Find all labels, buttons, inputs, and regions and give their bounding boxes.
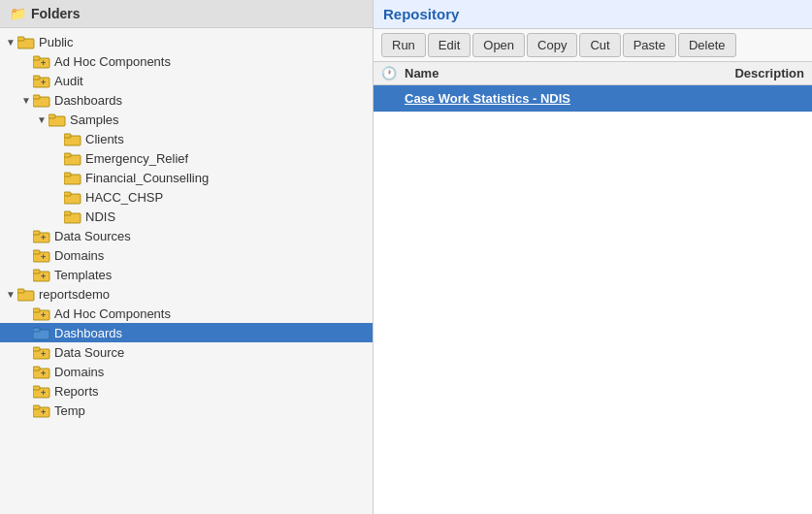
folder-icon-rd-domains: +: [33, 364, 50, 379]
toggle-icon-reportsdemo[interactable]: ▼: [4, 289, 17, 300]
folder-icon-ndis: [64, 209, 81, 224]
tree-item-financial[interactable]: Financial_Counselling: [0, 168, 373, 187]
tree-label-domains: Domains: [54, 248, 104, 263]
main-container: 📁 Folders ▼ Public + Ad Hoc Components +…: [0, 0, 812, 514]
tree-label-clients: Clients: [85, 132, 124, 146]
paste-button[interactable]: Paste: [623, 33, 676, 57]
tree-label-public: Public: [39, 35, 73, 49]
tree-item-reportsdemo[interactable]: ▼ reportsdemo: [0, 284, 373, 304]
tree-label-emergency: Emergency_Relief: [85, 151, 188, 166]
tree-label-reportsdemo: reportsdemo: [39, 287, 110, 302]
tree-label-dashboards: Dashboards: [54, 93, 122, 108]
tree-item-rd-adhoc[interactable]: + Ad Hoc Components: [0, 304, 373, 323]
delete-button[interactable]: Delete: [678, 33, 736, 57]
folder-icon-templates: +: [33, 267, 50, 282]
tree-item-audit[interactable]: + Audit: [0, 71, 373, 90]
folder-icon-emergency: [64, 150, 81, 166]
tree-item-rd-dashboards[interactable]: Dashboards: [0, 323, 373, 342]
tree-label-adhoc: Ad Hoc Components: [54, 54, 171, 69]
svg-rect-11: [49, 114, 55, 118]
svg-rect-9: [33, 95, 40, 99]
tree-item-emergency[interactable]: Emergency_Relief: [0, 148, 373, 168]
left-panel: 📁 Folders ▼ Public + Ad Hoc Components +…: [0, 0, 374, 514]
repository-title: Repository: [383, 6, 459, 22]
run-button[interactable]: Run: [381, 33, 426, 57]
svg-rect-37: [33, 328, 40, 332]
tree-item-adhoc[interactable]: + Ad Hoc Components: [0, 51, 373, 71]
folder-icon-rd-datasource: +: [33, 344, 50, 360]
tree-label-rd-reports: Reports: [54, 384, 99, 399]
repository-header: Repository: [374, 0, 812, 29]
clock-icon: 🕐: [381, 66, 397, 80]
cut-button[interactable]: Cut: [579, 33, 620, 57]
tree-label-rd-domains: Domains: [54, 365, 104, 379]
folder-icon-dashboards: [33, 92, 50, 108]
svg-rect-32: [17, 289, 24, 293]
folder-icon-rd-adhoc: +: [33, 305, 50, 321]
tree-label-templates: Templates: [54, 268, 112, 282]
tree-container[interactable]: ▼ Public + Ad Hoc Components + Audit▼ Da…: [0, 28, 373, 514]
tree-item-rd-datasource[interactable]: + Data Source: [0, 342, 373, 362]
table-row-case-work[interactable]: Case Work Statistics - NDIS: [374, 85, 812, 112]
folder-icon-rd-dashboards: [33, 325, 50, 340]
folder-icon-financial: [64, 170, 81, 185]
open-button[interactable]: Open: [472, 33, 525, 57]
svg-text:+: +: [41, 369, 46, 378]
svg-text:+: +: [41, 407, 46, 417]
tree-item-rd-reports[interactable]: + Reports: [0, 381, 373, 401]
folder-icon-rd-temp: +: [33, 402, 50, 418]
svg-rect-3: [33, 56, 40, 60]
svg-rect-48: [33, 405, 40, 409]
tree-item-clients[interactable]: Clients: [0, 129, 373, 148]
tree-item-rd-domains[interactable]: + Domains: [0, 362, 373, 381]
svg-text:+: +: [41, 252, 46, 262]
tree-item-samples[interactable]: ▼ Samples: [0, 110, 373, 129]
svg-text:+: +: [41, 58, 46, 68]
table-body[interactable]: Case Work Statistics - NDIS: [374, 85, 812, 514]
svg-rect-13: [64, 134, 71, 138]
tree-label-datasources: Data Sources: [54, 229, 131, 243]
svg-rect-1: [17, 37, 24, 41]
tree-label-ndis: NDIS: [85, 209, 115, 224]
toolbar: RunEditOpenCopyCutPasteDelete: [374, 29, 812, 62]
toggle-icon-samples[interactable]: ▼: [35, 114, 49, 125]
svg-rect-34: [33, 308, 40, 312]
tree-label-hacc: HACC_CHSP: [85, 190, 163, 205]
tree-item-public[interactable]: ▼ Public: [0, 32, 373, 51]
tree-item-domains[interactable]: + Domains: [0, 245, 373, 265]
name-col-header: Name: [405, 66, 707, 80]
edit-button[interactable]: Edit: [428, 33, 471, 57]
tree-item-templates[interactable]: + Templates: [0, 265, 373, 284]
tree-label-financial: Financial_Counselling: [85, 171, 209, 185]
toggle-icon-dashboards[interactable]: ▼: [19, 95, 33, 106]
svg-rect-42: [33, 367, 40, 370]
tree-item-rd-temp[interactable]: + Temp: [0, 401, 373, 420]
tree-item-datasources[interactable]: + Data Sources: [0, 226, 373, 245]
tree-label-rd-temp: Temp: [54, 403, 85, 418]
svg-rect-6: [33, 76, 40, 80]
svg-rect-23: [33, 231, 40, 235]
svg-rect-19: [64, 192, 71, 196]
desc-col-header: Description: [707, 66, 804, 80]
folder-icon-hacc: [64, 189, 81, 205]
folder-icon-reportsdemo: [17, 286, 35, 302]
tree-item-dashboards[interactable]: ▼ Dashboards: [0, 90, 373, 110]
tree-label-rd-datasource: Data Source: [54, 345, 124, 360]
svg-rect-45: [33, 386, 40, 390]
row-name-case-work[interactable]: Case Work Statistics - NDIS: [405, 91, 707, 106]
folders-icon: 📁: [10, 6, 26, 21]
tree-label-rd-adhoc: Ad Hoc Components: [54, 306, 171, 321]
folders-title: Folders: [31, 6, 81, 21]
right-panel: Repository RunEditOpenCopyCutPasteDelete…: [374, 0, 812, 514]
tree-item-ndis[interactable]: NDIS: [0, 207, 373, 226]
svg-rect-17: [64, 173, 71, 177]
table-header: 🕐 Name Description: [374, 62, 812, 85]
toggle-icon-public[interactable]: ▼: [4, 37, 17, 48]
tree-item-hacc[interactable]: HACC_CHSP: [0, 187, 373, 207]
svg-rect-39: [33, 347, 40, 351]
folder-icon-public: [17, 34, 35, 49]
folder-icon-datasources: +: [33, 228, 50, 243]
copy-button[interactable]: Copy: [527, 33, 577, 57]
svg-text:+: +: [41, 310, 46, 320]
clock-col-header: 🕐: [381, 66, 405, 80]
